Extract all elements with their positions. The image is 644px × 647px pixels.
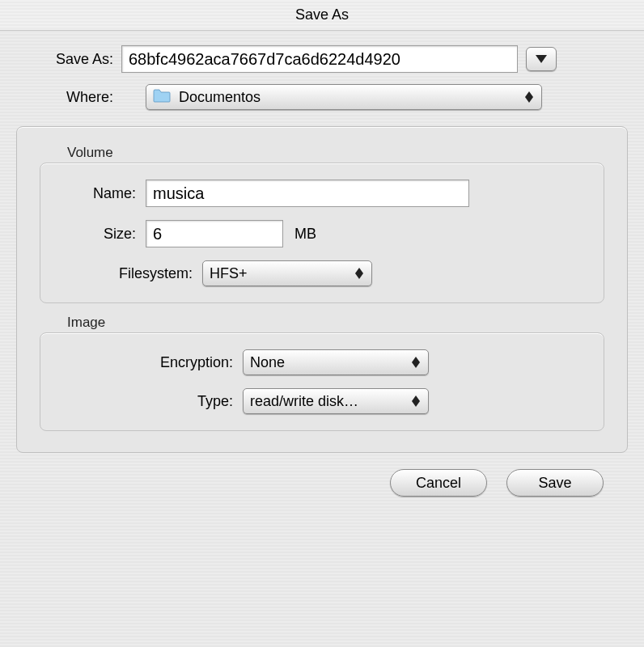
- dialog-buttons: Cancel Save: [16, 453, 628, 497]
- filesystem-row: Filesystem: HFS+: [65, 260, 579, 286]
- updown-arrows-icon: [409, 392, 423, 410]
- window-title-text: Save As: [295, 6, 349, 23]
- folder-icon: [153, 88, 179, 107]
- updown-arrows-icon: [522, 88, 536, 106]
- saveas-row: Save As:: [16, 45, 628, 73]
- cancel-button[interactable]: Cancel: [390, 469, 487, 497]
- updown-arrows-icon: [409, 353, 423, 371]
- svg-marker-4: [355, 273, 363, 279]
- volume-size-input[interactable]: [146, 220, 283, 247]
- encryption-label: Encryption:: [65, 354, 243, 371]
- where-popup[interactable]: Documentos: [146, 84, 542, 110]
- size-label: Size:: [65, 226, 146, 243]
- size-row: Size: MB: [65, 220, 579, 247]
- where-row: Where: Documentos: [16, 84, 628, 110]
- cancel-button-label: Cancel: [416, 475, 461, 492]
- save-button[interactable]: Save: [506, 469, 604, 497]
- filesystem-label: Filesystem:: [65, 265, 202, 282]
- svg-marker-6: [412, 362, 420, 368]
- svg-marker-7: [412, 395, 420, 401]
- volume-group-box: Name: Size: MB Filesystem: HFS+: [40, 163, 604, 303]
- image-group-box: Encryption: None Type: read/write disk…: [40, 332, 604, 431]
- svg-marker-3: [355, 268, 363, 273]
- type-row: Type: read/write disk…: [65, 388, 579, 414]
- name-label: Name:: [65, 185, 146, 202]
- svg-marker-8: [412, 401, 420, 407]
- saveas-filename-input[interactable]: [121, 45, 518, 73]
- chevron-down-icon: [536, 52, 547, 66]
- encryption-row: Encryption: None: [65, 349, 579, 375]
- options-panel: Volume Name: Size: MB Filesystem: HFS+: [16, 126, 628, 453]
- encryption-value: None: [250, 354, 285, 371]
- svg-marker-1: [525, 91, 533, 97]
- window-title: Save As: [0, 0, 644, 31]
- svg-marker-2: [525, 97, 533, 103]
- name-row: Name:: [65, 180, 579, 207]
- image-group-label: Image: [67, 315, 604, 331]
- image-group: Image Encryption: None Type: read: [40, 315, 604, 431]
- dialog-content: Save As: Where: Documentos Volume: [0, 31, 644, 497]
- svg-marker-5: [412, 357, 420, 362]
- expand-location-button[interactable]: [526, 47, 557, 71]
- save-button-label: Save: [538, 475, 571, 492]
- type-value: read/write disk…: [250, 393, 358, 410]
- type-label: Type:: [65, 393, 243, 410]
- volume-name-input[interactable]: [146, 180, 469, 207]
- volume-group-label: Volume: [67, 145, 604, 161]
- filesystem-value: HFS+: [210, 265, 248, 282]
- svg-marker-0: [536, 55, 547, 63]
- where-label: Where:: [16, 89, 121, 106]
- volume-group: Volume Name: Size: MB Filesystem: HFS+: [40, 145, 604, 303]
- where-folder-name: Documentos: [179, 89, 261, 106]
- encryption-popup[interactable]: None: [243, 349, 429, 375]
- type-popup[interactable]: read/write disk…: [243, 388, 429, 414]
- saveas-label: Save As:: [16, 51, 121, 68]
- size-unit-label: MB: [294, 226, 316, 243]
- updown-arrows-icon: [352, 264, 366, 282]
- filesystem-popup[interactable]: HFS+: [202, 260, 372, 286]
